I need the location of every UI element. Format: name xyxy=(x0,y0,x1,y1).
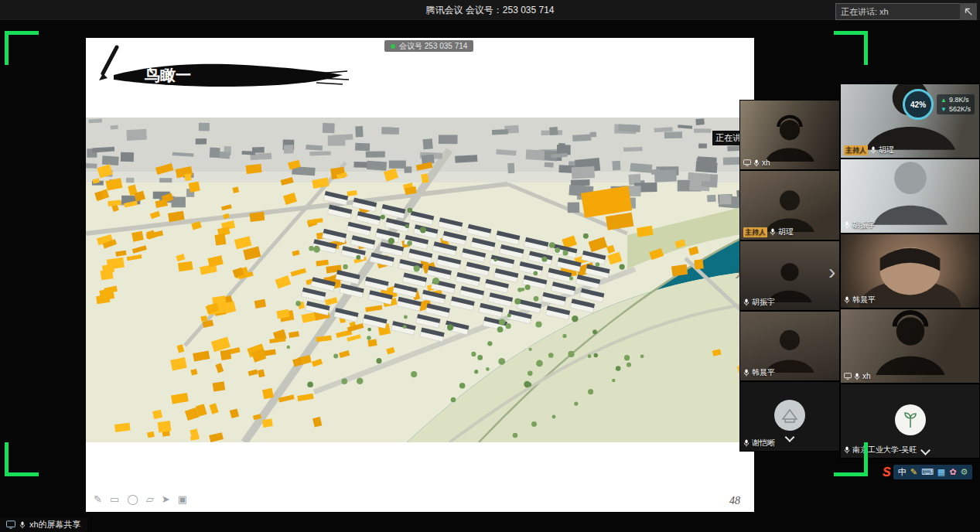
video-tile[interactable]: 南京工业大学-吴旺 xyxy=(840,384,980,459)
capture-bracket-bottom-left xyxy=(5,442,9,476)
participant-name: xh xyxy=(762,159,770,167)
participant-name: 谢恺晰 xyxy=(752,438,775,448)
monitor-icon xyxy=(6,520,15,529)
video-tile[interactable]: xh xyxy=(840,309,980,384)
capture-bracket-bottom-right xyxy=(864,442,868,476)
participant-name: 胡瑆 xyxy=(778,227,794,237)
slide-title: 鸟瞰一 xyxy=(144,66,191,84)
avatar xyxy=(774,400,805,431)
video-tile[interactable]: 韩晨平 xyxy=(739,311,840,381)
expand-panel-arrow-icon[interactable]: › xyxy=(828,261,835,283)
participant-label: 谢恺晰 xyxy=(743,438,775,448)
ime-keyboard-icon[interactable]: ⌨ xyxy=(921,467,934,477)
person-silhouette xyxy=(756,114,823,162)
video-tile[interactable]: 韩晨平 xyxy=(840,234,980,309)
participant-label: 韩晨平 xyxy=(743,367,775,378)
participant-name: 胡瑆 xyxy=(879,145,894,155)
video-tile[interactable]: 42% ▲ 9.8K/s ▼ 562K/s 主持人 胡瑆 xyxy=(840,84,980,159)
participant-name: 韩晨平 xyxy=(752,367,775,378)
video-tile[interactable]: xh xyxy=(739,100,840,170)
pointer-tool-icon[interactable]: ➤ xyxy=(162,493,170,505)
speaking-indicator-text: 正在讲话: xh xyxy=(841,6,889,18)
slide-title-calligraphy: 鸟瞰一 xyxy=(94,44,349,95)
participant-name: 胡振宇 xyxy=(852,220,876,230)
mic-icon xyxy=(743,369,750,377)
participant-column-2: 42% ▲ 9.8K/s ▼ 562K/s 主持人 胡瑆 xyxy=(840,84,980,459)
mic-icon xyxy=(844,446,850,454)
capture-bracket-bottom-left xyxy=(5,472,39,476)
person-silhouette xyxy=(756,185,823,232)
shape-tool-icon[interactable]: ◯ xyxy=(127,493,138,505)
recording-dot-icon xyxy=(391,44,395,49)
participant-label: 南京工业大学-吴旺 xyxy=(844,445,929,455)
participant-label: xh xyxy=(844,372,871,380)
mic-icon xyxy=(770,228,776,236)
participant-column-1: xh 主持人 胡瑆 胡振宇 xyxy=(739,100,840,452)
pen-tool-icon[interactable]: ✎ xyxy=(94,493,102,505)
collapse-list-chevron[interactable] xyxy=(787,430,794,444)
person-silhouette xyxy=(756,255,823,302)
window-title-bar: 腾讯会议 会议号：253 035 714 xyxy=(0,0,980,20)
slide-page-number: 48 xyxy=(729,495,740,507)
mic-icon xyxy=(743,298,750,306)
ime-toolbar: S 中 ✎ ⌨ ▦ ✿ ⚙ xyxy=(883,465,972,479)
video-tile[interactable]: 胡振宇 xyxy=(739,240,840,311)
aerial-city-render xyxy=(86,118,754,442)
participant-name: 南京工业大学-吴旺 xyxy=(852,445,917,455)
highlighter-tool-icon[interactable]: ▭ xyxy=(110,493,119,505)
ime-settings-icon[interactable]: ⚙ xyxy=(960,467,968,477)
bandwidth-stats: ▲ 9.8K/s ▼ 562K/s xyxy=(937,94,975,114)
participant-label: 胡振宇 xyxy=(743,297,775,308)
capture-bracket-top-left xyxy=(5,31,39,35)
mic-icon xyxy=(844,221,850,229)
ime-skin-icon[interactable]: ✿ xyxy=(949,467,956,477)
capture-bracket-top-right xyxy=(834,31,868,35)
avatar xyxy=(895,404,926,435)
mic-icon xyxy=(854,373,860,380)
participant-label: 主持人 胡瑆 xyxy=(844,145,894,155)
speaking-indicator: 正在讲话: xh xyxy=(835,3,967,20)
chevron-down-icon xyxy=(785,432,795,442)
meeting-id-badge: 会议号 253 035 714 xyxy=(384,40,473,52)
participant-label: 韩晨平 xyxy=(844,295,876,305)
screen-share-icon xyxy=(844,373,852,380)
network-stats-overlay: 42% ▲ 9.8K/s ▼ 562K/s xyxy=(903,89,975,120)
screen-share-indicator-text: xh的屏幕共享 xyxy=(29,519,81,530)
host-badge: 主持人 xyxy=(844,145,868,155)
mic-icon xyxy=(753,159,760,167)
eraser-tool-icon[interactable]: ▱ xyxy=(146,493,154,505)
ime-lang-icon[interactable]: 中 xyxy=(898,466,907,478)
shared-screen: 会议号 253 035 714 鸟瞰一 xyxy=(86,38,754,512)
video-tile[interactable]: 胡振宇 xyxy=(840,159,980,234)
meeting-id-badge-text: 会议号 253 035 714 xyxy=(399,41,467,52)
participant-label: 主持人 胡瑆 xyxy=(743,227,794,237)
mic-icon xyxy=(870,146,876,154)
chevron-down-icon[interactable] xyxy=(920,445,930,455)
screenshot-tool-icon[interactable]: ▣ xyxy=(178,493,187,505)
mic-icon xyxy=(743,439,750,447)
participant-name: 韩晨平 xyxy=(852,295,876,305)
download-arrow-icon: ▼ xyxy=(941,106,947,113)
collapse-panel-button[interactable] xyxy=(960,3,977,20)
mic-icon xyxy=(844,296,850,304)
participant-label: xh xyxy=(743,159,770,167)
upload-speed: 9.8K/s xyxy=(949,96,969,104)
screen-share-icon xyxy=(743,159,751,166)
participant-name: 胡振宇 xyxy=(752,297,775,308)
capture-bracket-top-left xyxy=(5,31,9,65)
quality-gauge: 42% xyxy=(903,89,934,120)
ime-logo[interactable]: S xyxy=(883,466,891,479)
meeting-window: { "top_bar": { "title": "腾讯会议 会议号：253 03… xyxy=(0,0,980,532)
meeting-title: 腾讯会议 会议号：253 035 714 xyxy=(425,4,554,17)
capture-bracket-bottom-right xyxy=(834,472,868,476)
video-tile[interactable]: 主持人 胡瑆 xyxy=(739,170,840,240)
upload-arrow-icon: ▲ xyxy=(941,97,947,104)
download-speed: 562K/s xyxy=(949,105,971,113)
ime-pen-icon[interactable]: ✎ xyxy=(910,467,917,477)
collapse-arrow-icon xyxy=(963,6,974,17)
ime-board-icon[interactable]: ▦ xyxy=(937,467,945,477)
person-silhouette xyxy=(756,326,823,373)
person-silhouette xyxy=(862,159,958,225)
participant-label: 胡振宇 xyxy=(844,220,876,230)
capture-bracket-top-right xyxy=(864,31,868,65)
